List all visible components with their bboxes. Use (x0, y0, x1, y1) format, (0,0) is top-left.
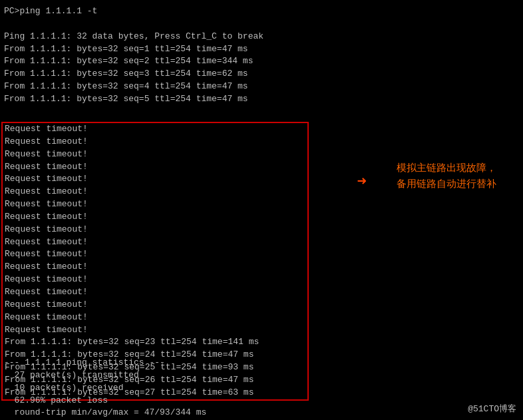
ping-line-4: From 1.1.1.1: bytes=32 seq=4 ttl=254 tim… (4, 81, 519, 93)
annotation-text: 模拟主链路出现故障， 备用链路自动进行替补 (397, 160, 496, 192)
timeout-line-7: Request timeout! (5, 198, 305, 211)
timeout-line-6: Request timeout! (5, 186, 305, 198)
timeout-line-1: Request timeout! (5, 123, 305, 136)
blank-line (4, 18, 519, 31)
timeout-line-2: Request timeout! (5, 136, 305, 148)
timeout-line-15: Request timeout! (5, 299, 305, 312)
ping-line-3: From 1.1.1.1: bytes=32 seq=3 ttl=254 tim… (4, 68, 519, 81)
stats-transmitted: 27 packet(s) transmitted (4, 369, 206, 382)
recovery-line-1: From 1.1.1.1: bytes=32 seq=23 ttl=254 ti… (5, 336, 305, 349)
timeout-line-16: Request timeout! (5, 312, 305, 324)
timeout-line-13: Request timeout! (5, 274, 305, 286)
stats-rtt: round-trip min/avg/max = 47/93/344 ms (4, 407, 206, 419)
arrow-icon: ➜ (357, 172, 367, 191)
ping-line-2: From 1.1.1.1: bytes=32 seq=2 ttl=254 tim… (4, 55, 519, 68)
stats-section: --- 1.1.1.1 ping statistics --- 27 packe… (4, 357, 206, 419)
ping-header: Ping 1.1.1.1: 32 data bytes, Press Ctrl_… (4, 31, 519, 43)
timeout-line-4: Request timeout! (5, 161, 305, 174)
timeout-line-9: Request timeout! (5, 224, 305, 236)
command-line: PC>ping 1.1.1.1 -t (4, 5, 519, 18)
timeout-line-8: Request timeout! (5, 211, 305, 224)
ping-line-1: From 1.1.1.1: bytes=32 seq=1 ttl=254 tim… (4, 43, 519, 56)
timeout-line-17: Request timeout! (5, 324, 305, 337)
ping-line-5: From 1.1.1.1: bytes=32 seq=5 ttl=254 tim… (4, 93, 519, 106)
watermark: @51CTO博客 (468, 403, 516, 415)
timeout-line-11: Request timeout! (5, 248, 305, 261)
timeout-line-14: Request timeout! (5, 286, 305, 299)
timeout-line-10: Request timeout! (5, 236, 305, 249)
terminal: PC>ping 1.1.1.1 -t Ping 1.1.1.1: 32 data… (0, 0, 523, 420)
timeout-line-12: Request timeout! (5, 261, 305, 274)
stats-header: --- 1.1.1.1 ping statistics --- (4, 357, 206, 369)
stats-received: 10 packet(s) received (4, 382, 206, 395)
stats-loss: 62.96% packet loss (4, 395, 206, 407)
timeout-line-3: Request timeout! (5, 148, 305, 161)
timeout-line-5: Request timeout! (5, 173, 305, 186)
